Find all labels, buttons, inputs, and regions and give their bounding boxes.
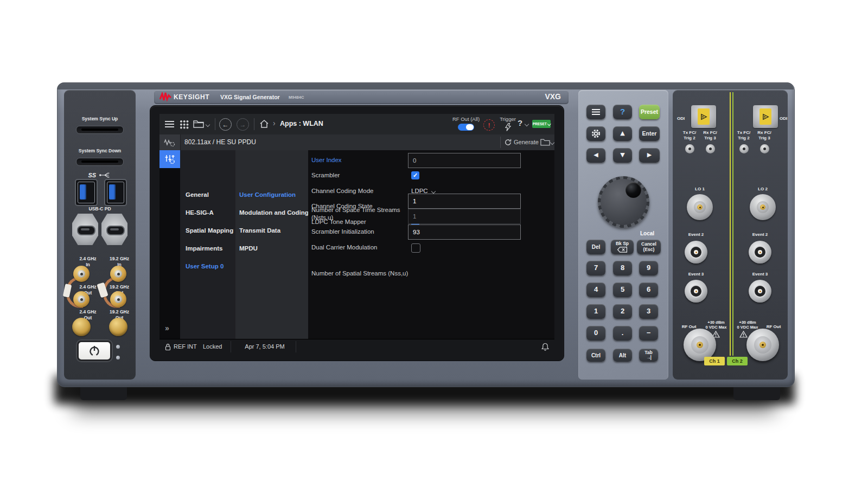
event2-connector-ch1 <box>685 241 707 264</box>
usb-ss-logo: SS <box>64 170 136 179</box>
tab-hardkey[interactable]: Tab→| <box>639 349 658 362</box>
del-hardkey[interactable]: Del <box>586 240 605 254</box>
help-hardkey[interactable]: ? <box>613 105 632 119</box>
digit-4-hardkey[interactable]: 4 <box>586 282 605 297</box>
screen-top-bar: ← → › Apps : WLAN RF Out (All) Trigger ?… <box>159 114 554 135</box>
nav-item-user-configuration[interactable]: User Configuration <box>239 191 296 198</box>
dcm-checkbox[interactable] <box>411 243 420 253</box>
digit-8-hardkey[interactable]: 8 <box>613 261 632 275</box>
help-chevron-icon[interactable] <box>525 122 529 126</box>
max-rating-ch2: +30 dBm0 VDC Max <box>733 320 762 330</box>
nsts-input[interactable]: 1 <box>408 209 521 224</box>
digit-9-hardkey[interactable]: 9 <box>639 261 658 275</box>
nav-item-general[interactable]: General <box>186 191 209 198</box>
usb-c-pd-label: USB-C PD <box>64 206 136 212</box>
waveform-tab-icon-cell[interactable] <box>159 134 181 150</box>
user-index-label: User Index <box>311 157 342 164</box>
digit-6-hardkey[interactable]: 6 <box>639 282 658 297</box>
gear-icon <box>591 129 601 139</box>
ctrl-hardkey[interactable]: Ctrl <box>586 349 605 362</box>
model-number: M9484C <box>289 95 304 100</box>
nav-item-he-sig-a[interactable]: HE-SIG-A <box>186 209 214 216</box>
digit-3-hardkey[interactable]: 3 <box>639 304 658 319</box>
preset-hardkey[interactable]: Preset <box>639 105 660 119</box>
save-folder-icon[interactable] <box>540 138 550 146</box>
digit-7-hardkey[interactable]: 7 <box>586 261 605 275</box>
rotary-knob[interactable] <box>598 176 649 228</box>
home-icon[interactable] <box>259 119 269 129</box>
generate-refresh-icon[interactable] <box>505 139 512 146</box>
warning-triangle-icon-ch2 <box>739 331 748 338</box>
usb-trident-icon <box>99 172 112 178</box>
rf-out-connector-ch2 <box>746 329 779 361</box>
nav-item-transmit-data[interactable]: Transmit Data <box>239 227 280 234</box>
generate-button[interactable]: Generate <box>514 139 539 145</box>
nav-item-mpdu[interactable]: MPDU <box>239 245 258 252</box>
rx-trig3-connector-ch1 <box>706 144 715 153</box>
cancel-esc-hardkey[interactable]: Cancel(Esc) <box>637 240 661 254</box>
preset-button-screen[interactable]: PRESET <box>532 120 551 128</box>
status-bar: REF INT Locked Apr 7, 5:04 PM <box>159 339 554 354</box>
system-sync-up-port <box>76 126 124 134</box>
minus-hardkey[interactable]: − <box>639 326 658 341</box>
digit-5-hardkey[interactable]: 5 <box>613 282 632 297</box>
digit-2-hardkey[interactable]: 2 <box>613 304 632 319</box>
arrow-down-hardkey[interactable]: ▼ <box>613 148 632 163</box>
scrambler-init-input[interactable]: 93 <box>408 224 521 240</box>
rf-out-toggle[interactable] <box>458 124 474 131</box>
trigger-label: Trigger <box>495 116 521 122</box>
trigger-bolt-icon[interactable] <box>505 123 512 132</box>
nav-item-user-setup-0[interactable]: User Setup 0 <box>186 263 224 269</box>
sliders-gear-icon <box>164 154 175 165</box>
nss-input[interactable]: 1 <box>408 194 521 209</box>
arrow-right-hardkey[interactable]: ▶ <box>639 148 660 163</box>
sma-192ghz-out-capped <box>109 318 127 336</box>
backspace-hardkey[interactable]: Bk Sp <box>611 240 634 254</box>
nav-sections: General HE-SIG-A Spatial Mapping Impairm… <box>180 150 235 339</box>
sma-24ghz-out-mid <box>73 291 90 307</box>
chassis-top-edge <box>57 82 794 89</box>
expand-collapse-button[interactable]: » <box>165 324 169 332</box>
alt-hardkey[interactable]: Alt <box>613 349 632 362</box>
breadcrumb-separator: › <box>273 119 276 127</box>
rf-warning-icon[interactable] <box>483 119 495 131</box>
arrow-left-hardkey[interactable]: ◀ <box>586 148 605 163</box>
decimal-hardkey[interactable]: . <box>613 326 632 341</box>
menu-hardkey[interactable] <box>586 105 605 119</box>
product-name: VXG Signal Generator <box>220 94 280 100</box>
bell-icon[interactable] <box>541 343 549 351</box>
odi-module-ch2 <box>753 105 778 128</box>
back-button[interactable]: ← <box>219 118 232 131</box>
keysight-spark-icon <box>159 92 171 102</box>
rx-fc-trig3-label-ch1: Rx FC/Trig 3 <box>699 130 722 140</box>
arrow-up-hardkey[interactable]: ▲ <box>613 126 632 141</box>
save-folder-chevron-icon[interactable] <box>550 140 554 145</box>
user-index-input[interactable]: 0 <box>408 153 521 168</box>
odi-module-ch1 <box>691 105 716 128</box>
event3-connector-ch2 <box>749 280 771 303</box>
digit-1-hardkey[interactable]: 1 <box>586 304 605 319</box>
system-sync-up-label: System Sync Up <box>64 116 136 122</box>
power-button[interactable] <box>77 341 112 361</box>
nav-item-modulation-and-coding[interactable]: Modulation and Coding <box>239 209 309 216</box>
user-setup-tab-icon[interactable] <box>159 150 180 168</box>
forward-button[interactable]: → <box>237 118 249 131</box>
nav-item-impairments[interactable]: Impairments <box>186 245 222 252</box>
brand-name: KEYSIGHT <box>174 93 209 101</box>
menu-icon[interactable] <box>165 121 174 122</box>
settings-hardkey[interactable] <box>586 126 605 141</box>
lock-icon <box>165 343 171 351</box>
folder-chevron-icon[interactable] <box>206 123 210 127</box>
help-button[interactable]: ? <box>518 118 522 127</box>
scrambler-checkbox[interactable]: ✓ <box>411 171 419 179</box>
apps-grid-icon[interactable] <box>180 120 189 129</box>
local-label: Local <box>635 230 660 236</box>
nav-subsections: User Configuration Modulation and Coding… <box>235 150 308 339</box>
digit-0-hardkey[interactable]: 0 <box>586 326 605 341</box>
folder-icon[interactable] <box>193 120 204 128</box>
nav-item-spatial-mapping[interactable]: Spatial Mapping <box>186 227 233 234</box>
enter-hardkey[interactable]: Enter <box>639 126 660 141</box>
odi-label-ch2: ODI <box>780 116 787 121</box>
nsts-label: Number of Space Time Streams(Nsts,u) <box>311 207 400 221</box>
sma-192ghz-out-mid <box>110 291 126 307</box>
